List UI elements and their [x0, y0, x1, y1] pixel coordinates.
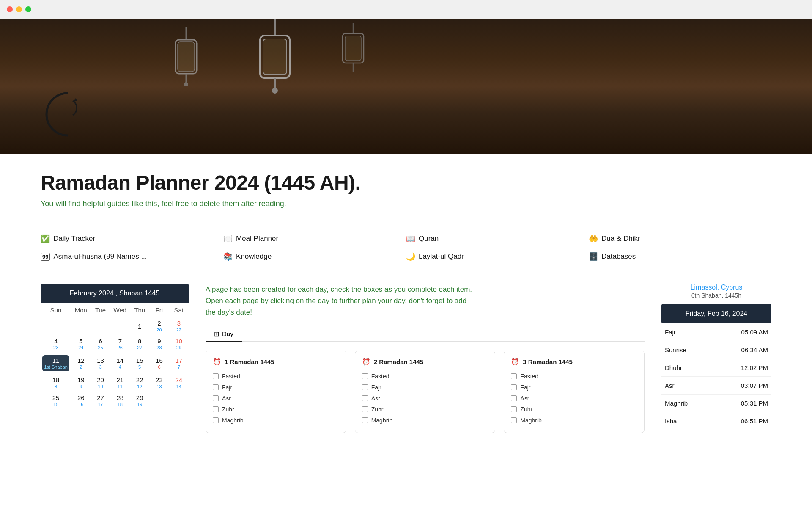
table-row[interactable]: 2515 — [41, 392, 71, 409]
table-row[interactable]: 2111 — [110, 374, 130, 392]
table-row[interactable]: 524 — [71, 335, 91, 353]
checkbox[interactable] — [213, 373, 219, 379]
list-item[interactable]: Zuhr — [213, 404, 339, 415]
nav-quran[interactable]: 📖 Quran — [406, 232, 589, 245]
close-button[interactable] — [7, 6, 13, 12]
nav-dua-dhikr[interactable]: 🤲 Dua & Dhikr — [589, 232, 771, 245]
list-item[interactable]: Maghrib — [362, 415, 488, 426]
table-row[interactable]: 188 — [41, 374, 71, 392]
table-row[interactable]: 928 — [149, 335, 169, 353]
list-item[interactable]: Fajr — [213, 382, 339, 393]
table-row[interactable]: 2717 — [91, 392, 110, 409]
checkbox[interactable] — [362, 384, 368, 390]
table-row[interactable]: 2010 — [91, 374, 110, 392]
checkbox[interactable] — [213, 417, 219, 423]
table-row[interactable]: 2313 — [149, 374, 169, 392]
nav-daily-tracker-label: Daily Tracker — [53, 235, 95, 243]
calendar-section: February 2024 , Shaban 1445 Sun Mon Tue … — [41, 284, 189, 409]
table-row: Asr03:07 PM — [661, 377, 771, 395]
prayer-time: 12:02 PM — [713, 359, 771, 377]
nav-databases[interactable]: 🗄️ Databases — [589, 250, 771, 263]
list-item[interactable]: Maghrib — [213, 415, 339, 426]
maximize-button[interactable] — [25, 6, 31, 12]
cal-header-sun: Sun — [41, 303, 71, 317]
table-row: Dhuhr12:02 PM — [661, 359, 771, 377]
list-item[interactable]: Zuhr — [511, 404, 637, 415]
table-row[interactable]: 726 — [110, 335, 130, 353]
table-row[interactable]: 2212 — [130, 374, 149, 392]
table-row[interactable]: 155 — [130, 353, 149, 374]
table-row[interactable]: 2919 — [130, 392, 149, 409]
cal-header-sat: Sat — [169, 303, 189, 317]
list-item[interactable]: Asr — [511, 393, 637, 404]
checkbox[interactable] — [213, 395, 219, 401]
table-row[interactable]: 423 — [41, 335, 71, 353]
prayer-name: Sunrise — [661, 341, 713, 359]
nav-databases-label: Databases — [601, 252, 636, 261]
tab-day[interactable]: ⊞ Day — [206, 327, 242, 342]
table-row[interactable]: 2818 — [110, 392, 130, 409]
table-row[interactable]: 177 — [169, 353, 189, 374]
prayer-header-box: Friday, Feb 16, 2024 — [661, 304, 771, 323]
nav-quran-label: Quran — [419, 235, 439, 243]
table-row[interactable]: 111st Shaban — [41, 353, 71, 374]
cal-header-fri: Fri — [149, 303, 169, 317]
checkbox[interactable] — [511, 373, 517, 379]
checklist-label: Maghrib — [222, 417, 244, 424]
alarm-icon: ⏰ — [511, 358, 519, 366]
day-card[interactable]: ⏰ 3 Ramadan 1445 Fasted Fajr Asr Zuhr Ma… — [504, 351, 645, 433]
list-item[interactable]: Fasted — [213, 371, 339, 382]
checkbox[interactable] — [362, 417, 368, 423]
list-item[interactable]: Fajr — [511, 382, 637, 393]
table-row[interactable]: 2414 — [169, 374, 189, 392]
database-icon: 🗄️ — [589, 252, 598, 261]
list-item[interactable]: Maghrib — [511, 415, 637, 426]
table-row[interactable]: 122 — [71, 353, 91, 374]
fork-icon: 🍽️ — [223, 234, 233, 243]
nav-daily-tracker[interactable]: ✅ Daily Tracker — [41, 232, 223, 245]
table-row[interactable]: 220 — [149, 317, 169, 335]
checkbox[interactable] — [511, 406, 517, 412]
table-row — [149, 392, 169, 409]
list-item[interactable]: Fasted — [362, 371, 488, 382]
table-row[interactable]: 166 — [149, 353, 169, 374]
nav-asma[interactable]: 99 Asma-ul-husna (99 Names ... — [41, 250, 223, 263]
book-icon: 📖 — [406, 234, 415, 243]
list-item[interactable]: Asr — [362, 393, 488, 404]
nav-grid: ✅ Daily Tracker 🍽️ Meal Planner 📖 Quran … — [41, 232, 771, 263]
checkbox[interactable] — [213, 384, 219, 390]
day-card[interactable]: ⏰ 1 Ramadan 1445 Fasted Fajr Asr Zuhr Ma… — [206, 351, 346, 433]
checkbox[interactable] — [362, 395, 368, 401]
table-row[interactable]: 199 — [71, 374, 91, 392]
checkbox[interactable] — [511, 395, 517, 401]
day-card[interactable]: ⏰ 2 Ramadan 1445 Fasted Fajr Asr Zuhr Ma… — [355, 351, 496, 433]
table-row[interactable]: 322 — [169, 317, 189, 335]
prayer-time: 06:34 AM — [713, 341, 771, 359]
table-row[interactable]: 1029 — [169, 335, 189, 353]
checklist-label: Fajr — [222, 384, 232, 391]
table-row[interactable]: 2616 — [71, 392, 91, 409]
cal-header-thu: Thu — [130, 303, 149, 317]
list-item[interactable]: Fajr — [362, 382, 488, 393]
checkbox[interactable] — [213, 406, 219, 412]
nav-knowledge-label: Knowledge — [236, 252, 272, 261]
table-row: Sunrise06:34 AM — [661, 341, 771, 359]
list-item[interactable]: Fasted — [511, 371, 637, 382]
table-row[interactable]: 133 — [91, 353, 110, 374]
checkbox[interactable] — [511, 384, 517, 390]
table-row[interactable]: 625 — [91, 335, 110, 353]
checkbox[interactable] — [511, 417, 517, 423]
table-row[interactable]: 827 — [130, 335, 149, 353]
table-row[interactable]: 1 — [130, 317, 149, 335]
checkbox[interactable] — [362, 406, 368, 412]
day-card-title-text: 3 Ramadan 1445 — [523, 358, 573, 365]
list-item[interactable]: Asr — [213, 393, 339, 404]
nav-knowledge[interactable]: 📚 Knowledge — [223, 250, 406, 263]
nav-laylat[interactable]: 🌙 Laylat-ul Qadr — [406, 250, 589, 263]
table-row[interactable]: 144 — [110, 353, 130, 374]
list-item[interactable]: Zuhr — [362, 404, 488, 415]
nav-meal-planner[interactable]: 🍽️ Meal Planner — [223, 232, 406, 245]
cal-header-mon: Mon — [71, 303, 91, 317]
minimize-button[interactable] — [16, 6, 22, 12]
checkbox[interactable] — [362, 373, 368, 379]
